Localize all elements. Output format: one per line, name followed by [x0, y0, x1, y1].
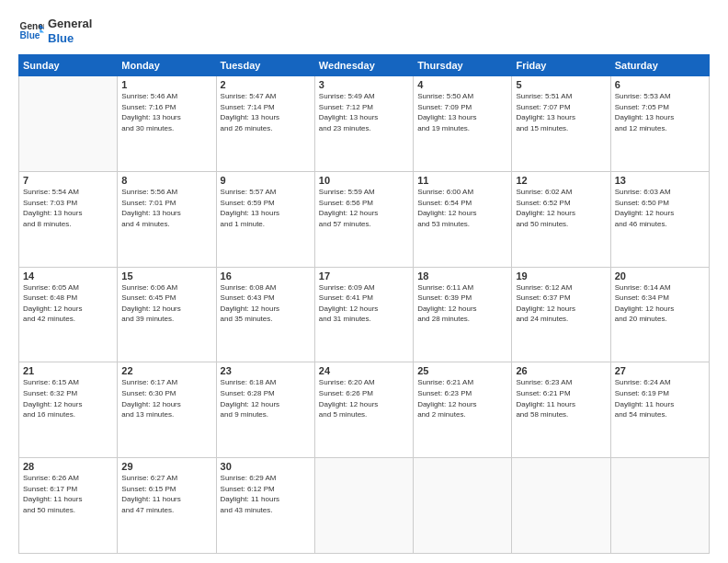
- calendar-cell: 11Sunrise: 6:00 AM Sunset: 6:54 PM Dayli…: [414, 171, 512, 267]
- calendar-cell: 30Sunrise: 6:29 AM Sunset: 6:12 PM Dayli…: [216, 458, 314, 554]
- calendar-cell: 18Sunrise: 6:11 AM Sunset: 6:39 PM Dayli…: [414, 267, 512, 362]
- calendar-week-5: 28Sunrise: 6:26 AM Sunset: 6:17 PM Dayli…: [19, 458, 710, 554]
- day-number: 17: [319, 270, 409, 282]
- day-number: 20: [615, 270, 705, 282]
- calendar-week-1: 1Sunrise: 5:46 AM Sunset: 7:16 PM Daylig…: [19, 76, 710, 172]
- day-info: Sunrise: 5:59 AM Sunset: 6:56 PM Dayligh…: [319, 187, 409, 229]
- day-info: Sunrise: 5:53 AM Sunset: 7:05 PM Dayligh…: [615, 91, 705, 133]
- day-info: Sunrise: 6:09 AM Sunset: 6:41 PM Dayligh…: [319, 282, 409, 325]
- calendar-cell: 6Sunrise: 5:53 AM Sunset: 7:05 PM Daylig…: [610, 76, 709, 172]
- day-info: Sunrise: 5:49 AM Sunset: 7:12 PM Dayligh…: [319, 91, 409, 133]
- day-number: 6: [615, 79, 705, 90]
- calendar-cell: 23Sunrise: 6:18 AM Sunset: 6:28 PM Dayli…: [216, 362, 314, 458]
- day-number: 5: [516, 79, 606, 90]
- calendar-week-3: 14Sunrise: 6:05 AM Sunset: 6:48 PM Dayli…: [19, 267, 710, 362]
- col-header-monday: Monday: [118, 55, 216, 76]
- logo: General Blue General Blue: [18, 17, 92, 45]
- calendar-week-4: 21Sunrise: 6:15 AM Sunset: 6:32 PM Dayli…: [19, 362, 710, 458]
- day-info: Sunrise: 6:02 AM Sunset: 6:52 PM Dayligh…: [516, 187, 606, 229]
- calendar-cell: [512, 458, 610, 554]
- calendar-cell: 17Sunrise: 6:09 AM Sunset: 6:41 PM Dayli…: [314, 267, 413, 362]
- calendar-cell: 28Sunrise: 6:26 AM Sunset: 6:17 PM Dayli…: [19, 458, 118, 554]
- day-info: Sunrise: 5:57 AM Sunset: 6:59 PM Dayligh…: [221, 187, 311, 229]
- day-info: Sunrise: 5:50 AM Sunset: 7:09 PM Dayligh…: [417, 91, 507, 133]
- day-number: 2: [221, 79, 311, 90]
- svg-text:Blue: Blue: [20, 29, 40, 40]
- day-info: Sunrise: 6:08 AM Sunset: 6:43 PM Dayligh…: [221, 282, 311, 325]
- calendar-cell: 12Sunrise: 6:02 AM Sunset: 6:52 PM Dayli…: [512, 171, 610, 267]
- day-number: 21: [23, 365, 113, 376]
- day-number: 22: [121, 365, 211, 376]
- day-number: 8: [121, 175, 211, 186]
- day-number: 30: [221, 461, 311, 472]
- calendar-cell: [314, 458, 413, 554]
- day-number: 26: [516, 365, 606, 376]
- day-number: 13: [615, 175, 705, 186]
- logo-text-blue: Blue: [48, 31, 92, 46]
- day-number: 23: [221, 365, 311, 376]
- day-number: 24: [319, 365, 409, 376]
- calendar-cell: 2Sunrise: 5:47 AM Sunset: 7:14 PM Daylig…: [216, 76, 314, 172]
- calendar-cell: 25Sunrise: 6:21 AM Sunset: 6:23 PM Dayli…: [414, 362, 512, 458]
- calendar-cell: 4Sunrise: 5:50 AM Sunset: 7:09 PM Daylig…: [414, 76, 512, 172]
- day-info: Sunrise: 5:56 AM Sunset: 7:01 PM Dayligh…: [121, 187, 211, 229]
- day-number: 15: [121, 270, 211, 282]
- day-info: Sunrise: 5:47 AM Sunset: 7:14 PM Dayligh…: [221, 91, 311, 133]
- day-number: 4: [417, 79, 507, 90]
- col-header-saturday: Saturday: [610, 55, 709, 76]
- col-header-sunday: Sunday: [19, 55, 118, 76]
- calendar-table: SundayMondayTuesdayWednesdayThursdayFrid…: [18, 54, 710, 554]
- col-header-wednesday: Wednesday: [314, 55, 413, 76]
- calendar-cell: 1Sunrise: 5:46 AM Sunset: 7:16 PM Daylig…: [118, 76, 216, 172]
- day-info: Sunrise: 6:11 AM Sunset: 6:39 PM Dayligh…: [417, 282, 507, 325]
- calendar-cell: 9Sunrise: 5:57 AM Sunset: 6:59 PM Daylig…: [216, 171, 314, 267]
- calendar-cell: 14Sunrise: 6:05 AM Sunset: 6:48 PM Dayli…: [19, 267, 118, 362]
- day-info: Sunrise: 5:46 AM Sunset: 7:16 PM Dayligh…: [121, 91, 211, 133]
- col-header-tuesday: Tuesday: [216, 55, 314, 76]
- calendar-header-row: SundayMondayTuesdayWednesdayThursdayFrid…: [19, 55, 710, 76]
- calendar-cell: 16Sunrise: 6:08 AM Sunset: 6:43 PM Dayli…: [216, 267, 314, 362]
- day-info: Sunrise: 6:14 AM Sunset: 6:34 PM Dayligh…: [615, 282, 705, 325]
- calendar-cell: 24Sunrise: 6:20 AM Sunset: 6:26 PM Dayli…: [314, 362, 413, 458]
- day-number: 27: [615, 365, 705, 376]
- day-info: Sunrise: 6:18 AM Sunset: 6:28 PM Dayligh…: [221, 377, 311, 419]
- calendar-cell: 8Sunrise: 5:56 AM Sunset: 7:01 PM Daylig…: [118, 171, 216, 267]
- calendar-cell: 26Sunrise: 6:23 AM Sunset: 6:21 PM Dayli…: [512, 362, 610, 458]
- day-number: 16: [221, 270, 311, 282]
- day-number: 29: [121, 461, 211, 472]
- day-info: Sunrise: 6:06 AM Sunset: 6:45 PM Dayligh…: [121, 282, 211, 325]
- day-number: 11: [417, 175, 507, 186]
- day-info: Sunrise: 6:03 AM Sunset: 6:50 PM Dayligh…: [615, 187, 705, 229]
- calendar-cell: 10Sunrise: 5:59 AM Sunset: 6:56 PM Dayli…: [314, 171, 413, 267]
- day-number: 12: [516, 175, 606, 186]
- day-info: Sunrise: 6:15 AM Sunset: 6:32 PM Dayligh…: [23, 377, 113, 419]
- day-info: Sunrise: 6:27 AM Sunset: 6:15 PM Dayligh…: [121, 473, 211, 515]
- day-info: Sunrise: 6:12 AM Sunset: 6:37 PM Dayligh…: [516, 282, 606, 325]
- calendar-cell: 29Sunrise: 6:27 AM Sunset: 6:15 PM Dayli…: [118, 458, 216, 554]
- day-info: Sunrise: 5:54 AM Sunset: 7:03 PM Dayligh…: [23, 187, 113, 229]
- day-info: Sunrise: 6:20 AM Sunset: 6:26 PM Dayligh…: [319, 377, 409, 419]
- day-info: Sunrise: 6:17 AM Sunset: 6:30 PM Dayligh…: [121, 377, 211, 419]
- day-number: 28: [23, 461, 113, 472]
- day-info: Sunrise: 6:24 AM Sunset: 6:19 PM Dayligh…: [615, 377, 705, 419]
- calendar-cell: 3Sunrise: 5:49 AM Sunset: 7:12 PM Daylig…: [314, 76, 413, 172]
- day-number: 1: [121, 79, 211, 90]
- day-info: Sunrise: 6:05 AM Sunset: 6:48 PM Dayligh…: [23, 282, 113, 325]
- calendar-cell: 21Sunrise: 6:15 AM Sunset: 6:32 PM Dayli…: [19, 362, 118, 458]
- day-number: 3: [319, 79, 409, 90]
- col-header-thursday: Thursday: [414, 55, 512, 76]
- logo-icon: General Blue: [18, 18, 44, 44]
- day-number: 25: [417, 365, 507, 376]
- day-info: Sunrise: 6:29 AM Sunset: 6:12 PM Dayligh…: [221, 473, 311, 515]
- calendar-cell: 27Sunrise: 6:24 AM Sunset: 6:19 PM Dayli…: [610, 362, 709, 458]
- calendar-week-2: 7Sunrise: 5:54 AM Sunset: 7:03 PM Daylig…: [19, 171, 710, 267]
- calendar-cell: [19, 76, 118, 172]
- day-info: Sunrise: 5:51 AM Sunset: 7:07 PM Dayligh…: [516, 91, 606, 133]
- calendar-cell: 19Sunrise: 6:12 AM Sunset: 6:37 PM Dayli…: [512, 267, 610, 362]
- day-number: 9: [221, 175, 311, 186]
- day-number: 10: [319, 175, 409, 186]
- day-info: Sunrise: 6:21 AM Sunset: 6:23 PM Dayligh…: [417, 377, 507, 419]
- calendar-cell: 20Sunrise: 6:14 AM Sunset: 6:34 PM Dayli…: [610, 267, 709, 362]
- day-info: Sunrise: 6:26 AM Sunset: 6:17 PM Dayligh…: [23, 473, 113, 515]
- day-info: Sunrise: 6:23 AM Sunset: 6:21 PM Dayligh…: [516, 377, 606, 419]
